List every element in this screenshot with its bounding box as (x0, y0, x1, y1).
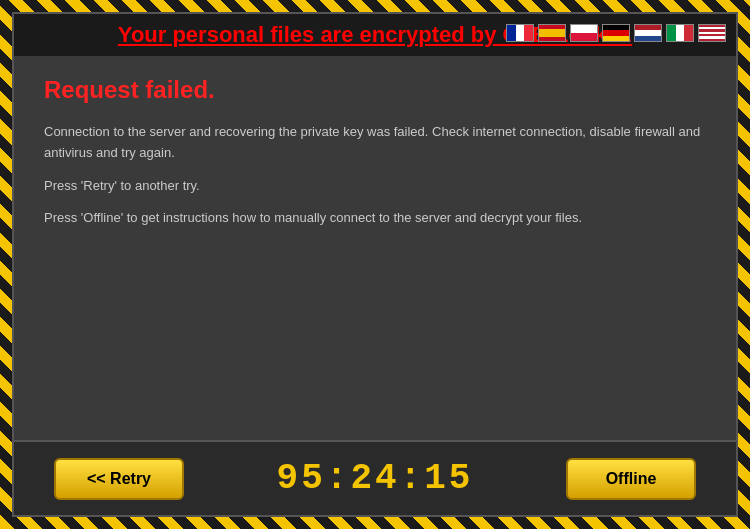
body-line3: Press 'Offline' to get instructions how … (44, 208, 706, 229)
inner-container: Your personal files are encrypted by CTB… (12, 12, 738, 517)
bottom-bar: << Retry 95:24:15 Offline (14, 440, 736, 515)
flag-us[interactable] (698, 24, 726, 42)
countdown-timer: 95:24:15 (277, 458, 474, 499)
flag-spanish[interactable] (538, 24, 566, 42)
flag-french[interactable] (506, 24, 534, 42)
body-line2: Press 'Retry' to another try. (44, 176, 706, 197)
outer-border: Your personal files are encrypted by CTB… (0, 0, 750, 529)
flag-polish[interactable] (570, 24, 598, 42)
flag-german[interactable] (602, 24, 630, 42)
request-failed-heading: Request failed. (44, 76, 706, 104)
offline-button[interactable]: Offline (566, 458, 696, 500)
content-area: Request failed. Connection to the server… (14, 56, 736, 515)
flags-row (506, 24, 726, 42)
body-text: Connection to the server and recovering … (44, 122, 706, 229)
retry-button[interactable]: << Retry (54, 458, 184, 500)
body-line1: Connection to the server and recovering … (44, 122, 706, 164)
flag-dutch[interactable] (634, 24, 662, 42)
flag-italian[interactable] (666, 24, 694, 42)
